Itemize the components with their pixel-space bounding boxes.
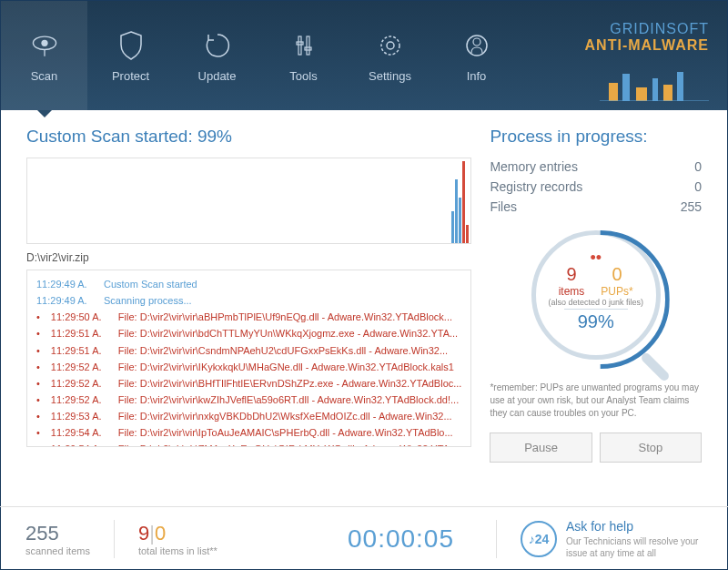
brand-logo: GRIDINSOFT ANTI-MALWARE	[585, 21, 709, 54]
log-entry: 11:29:52 A.File: D:\vir2\vir\vir\IKykxkq…	[36, 359, 461, 375]
svg-point-1	[41, 39, 47, 46]
svg-rect-12	[622, 74, 630, 101]
stat-files: Files255	[490, 199, 702, 214]
log-entry: 11:29:53 A.File: D:\vir2\vir\vir\nxkgVBK…	[36, 408, 461, 424]
items-count: 9	[559, 264, 585, 285]
help-button[interactable]: ♪24 Ask for help Our Technicians will re…	[521, 519, 703, 559]
progress-percent: 99%	[564, 309, 628, 332]
log-entry: 11:29:52 A.File: D:\vir2\vir\vir\kwZIhJV…	[36, 392, 461, 408]
scan-log[interactable]: 11:29:49 A.Custom Scan started11:29:49 A…	[26, 270, 471, 447]
junk-note: (also detected 0 junk files)	[548, 299, 643, 308]
update-icon	[201, 29, 234, 62]
svg-rect-16	[677, 72, 683, 101]
log-entry: 11:29:49 A.Scanning process...	[36, 292, 461, 309]
progress-gauge: •• 9items 0PUPs* (also detected 0 junk f…	[531, 230, 661, 360]
nav-label: Settings	[369, 69, 411, 83]
log-entry: 11:29:54 A.File: D:\vir2\vir\vir\IpToAuJ…	[36, 424, 461, 441]
log-entry: 11:29:51 A.File: D:\vir2\vir\vir\CsndmNP…	[36, 342, 461, 359]
status-bar: 255 scanned items 9|0 total items in lis…	[0, 506, 728, 570]
svg-rect-6	[305, 47, 311, 50]
svg-point-8	[387, 42, 394, 49]
nav-update[interactable]: Update	[174, 1, 260, 110]
scanned-items-block: 255 scanned items	[25, 522, 90, 556]
nav-label: Info	[467, 69, 487, 83]
shield-icon	[115, 29, 147, 62]
svg-rect-14	[652, 78, 658, 101]
log-entry: 11:29:51 A.File: D:\vir2\vir\vir\bdChTTL…	[36, 325, 461, 341]
nav-label: Tools	[289, 69, 317, 83]
tools-icon	[288, 29, 320, 62]
brand-product: ANTI-MALWARE	[585, 37, 709, 54]
gear-icon	[374, 29, 407, 62]
scan-status-title: Custom Scan started: 99%	[26, 127, 471, 147]
log-entry: 11:29:52 A.File: D:\vir2\vir\vir\BHfTIlF…	[36, 375, 461, 392]
stop-button[interactable]: Stop	[600, 433, 702, 463]
svg-point-10	[473, 38, 480, 46]
nav-label: Update	[198, 69, 237, 83]
help-24-icon: ♪24	[521, 521, 557, 557]
svg-rect-13	[636, 87, 647, 101]
stat-registry: Registry records0	[490, 179, 702, 194]
brand-name: GRIDINSOFT	[585, 21, 709, 37]
nav-label: Protect	[112, 69, 149, 83]
nav-info[interactable]: Info	[433, 1, 520, 110]
svg-rect-4	[307, 36, 309, 55]
total-items-block: 9|0 total items in list**	[138, 522, 217, 556]
activity-chart	[26, 158, 471, 244]
svg-rect-3	[298, 36, 301, 55]
nav-settings[interactable]: Settings	[347, 1, 433, 110]
svg-point-7	[381, 36, 399, 55]
pause-button[interactable]: Pause	[490, 433, 592, 463]
pup-disclaimer: *remember: PUPs are unwanted programs yo…	[490, 382, 702, 420]
skyline-decoration	[600, 65, 709, 101]
process-title: Process in progress:	[490, 127, 702, 147]
svg-rect-15	[663, 85, 672, 101]
stat-memory: Memory entries0	[490, 159, 702, 174]
scan-icon	[28, 29, 61, 62]
pups-count: 0	[601, 264, 632, 285]
app-header: Scan Protect Update Tools Settings Info …	[1, 1, 727, 110]
nav-scan[interactable]: Scan	[1, 1, 87, 110]
svg-rect-11	[609, 83, 618, 101]
info-icon	[460, 29, 493, 62]
log-entry: 11:29:49 A.Custom Scan started	[36, 276, 461, 292]
elapsed-timer: 00:00:05	[348, 524, 454, 554]
current-path: D:\vir2\vir.zip	[26, 251, 471, 264]
nav-label: Scan	[31, 69, 58, 83]
log-entry: 11:29:54 A.File: D:\vir2\vir\vir\ZMAruXo…	[36, 441, 461, 447]
svg-rect-5	[297, 42, 303, 45]
log-entry: 11:29:50 A.File: D:\vir2\vir\vir\aBHPmbT…	[36, 309, 461, 325]
nav-protect[interactable]: Protect	[87, 1, 174, 110]
nav-tools[interactable]: Tools	[260, 1, 347, 110]
